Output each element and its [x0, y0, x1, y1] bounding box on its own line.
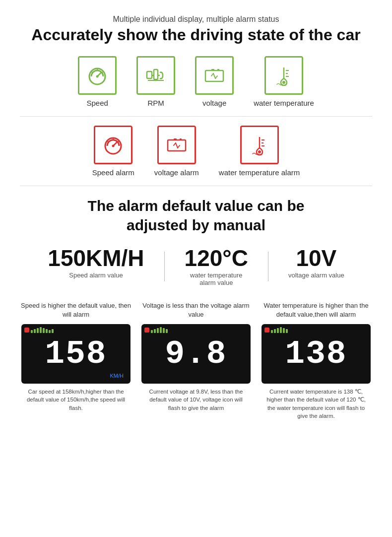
water-temp-icon — [271, 63, 297, 88]
alarm-title-line1: The alarm default value can be — [20, 196, 372, 215]
svg-line-15 — [213, 73, 215, 78]
header-title: Accurately show the driving state of the… — [20, 26, 372, 44]
svg-rect-12 — [211, 69, 214, 71]
svg-line-32 — [178, 145, 180, 148]
icon-item-voltage-alarm: voltage alarm — [154, 126, 199, 177]
speed-bar-group — [31, 327, 54, 333]
icon-item-speed: Speed — [78, 56, 117, 107]
alarm-value-speed: 150KM/H Speed alarm value — [28, 247, 164, 279]
voltage-alarm-label: voltage alarm — [154, 168, 199, 177]
icon-item-water-temp: water temperature — [254, 56, 314, 107]
water-temp-red-icon — [264, 328, 269, 333]
icon-item-speed-alarm: Speed alarm — [92, 126, 134, 177]
svg-rect-7 — [154, 69, 158, 79]
svg-line-5 — [102, 71, 103, 72]
panel-water-temp-screen: 138 — [261, 324, 371, 384]
divider-2 — [20, 186, 372, 186]
alarm-section-title: The alarm default value can be adjusted … — [20, 196, 372, 235]
panel-water-temp-caption: Current water temperature is 138 ℃, high… — [264, 388, 368, 419]
voltage-label: voltage — [202, 99, 226, 107]
alarm-water-temp-label: water temperaturealarm value — [190, 271, 243, 286]
panel-voltage-screen: 9.8 — [141, 324, 251, 384]
speed-red-icon — [24, 328, 29, 333]
panel-voltage-caption: Current voltage at 9.8V, less than the d… — [144, 388, 248, 411]
divider-1 — [20, 116, 372, 117]
speed-alarm-icon — [100, 132, 126, 158]
panel-voltage-display: 9.8 — [165, 336, 227, 373]
svg-rect-13 — [217, 69, 219, 71]
svg-rect-28 — [174, 138, 177, 140]
icon-item-rpm: RPM — [136, 56, 175, 107]
alarm-water-temp-number: 120°C — [185, 247, 248, 269]
red-icons-row: Speed alarm voltage alarm — [20, 126, 372, 177]
water-temp-alarm-icon-box — [240, 126, 279, 164]
voltage-red-icon — [144, 328, 149, 333]
panel-speed: Speed is higher the default value, then … — [20, 301, 132, 412]
svg-line-25 — [107, 141, 108, 142]
header-section: Multiple individual display, multiple al… — [20, 15, 372, 44]
alarm-value-water-temp: 120°C water temperaturealarm value — [165, 247, 268, 286]
panel-voltage: Voltage is less than the voltage alarm v… — [140, 301, 252, 412]
svg-line-16 — [215, 76, 217, 78]
rpm-icon-box — [136, 56, 175, 95]
panel-speed-caption: Car speed at 158km/h,higher than the def… — [24, 388, 128, 411]
panel-voltage-title: Voltage is less than the voltage alarm v… — [140, 301, 252, 319]
voltage-screen-icons — [144, 327, 168, 333]
rpm-label: RPM — [147, 99, 164, 107]
svg-line-31 — [176, 143, 178, 148]
voltage-icon-box — [195, 56, 234, 95]
panel-water-temp: Water temperature is higher than the def… — [260, 301, 372, 420]
header-subtitle: Multiple individual display, multiple al… — [20, 15, 372, 24]
speed-screen-icons — [24, 327, 54, 333]
alarm-value-voltage: 10V voltage alarm value — [268, 247, 364, 279]
rpm-icon — [143, 63, 169, 88]
svg-point-23 — [112, 145, 115, 147]
svg-point-17 — [282, 81, 285, 84]
voltage-alarm-icon — [164, 132, 190, 158]
water-temp-alarm-label: water temperature alarm — [219, 168, 300, 177]
alarm-voltage-number: 10V — [296, 247, 336, 269]
icon-item-water-temp-alarm: water temperature alarm — [219, 126, 300, 177]
svg-point-33 — [258, 150, 261, 153]
panel-water-temp-display: 138 — [285, 336, 347, 373]
alarm-title-line2: adjusted by manual — [20, 215, 372, 235]
bottom-panels: Speed is higher the default value, then … — [20, 301, 372, 420]
voltage-bar-group — [151, 327, 168, 333]
panel-speed-unit: KM/H — [110, 373, 124, 379]
green-icons-row: Speed RPM — [20, 56, 372, 107]
water-temp-icon-box — [264, 56, 303, 95]
alarm-speed-number: 150KM/H — [48, 247, 144, 269]
water-temp-alarm-icon — [247, 132, 272, 158]
svg-rect-29 — [180, 138, 182, 140]
panel-water-temp-title: Water temperature is higher than the def… — [260, 301, 372, 319]
water-temp-screen-icons — [264, 327, 288, 333]
voltage-icon — [201, 63, 227, 88]
alarm-voltage-label: voltage alarm value — [288, 271, 344, 279]
svg-line-4 — [91, 71, 92, 72]
speed-icon — [84, 63, 110, 88]
svg-rect-6 — [147, 71, 152, 78]
speed-alarm-label: Speed alarm — [92, 168, 134, 177]
svg-line-26 — [118, 141, 119, 142]
panel-speed-title: Speed is higher the default value, then … — [20, 301, 132, 319]
panel-speed-screen: 158 KM/H — [21, 324, 131, 384]
alarm-speed-label: Speed alarm value — [69, 271, 123, 279]
speed-alarm-icon-box — [94, 126, 132, 164]
alarm-values-row: 150KM/H Speed alarm value 120°C water te… — [20, 247, 372, 286]
voltage-alarm-icon-box — [157, 126, 196, 164]
water-temp-label: water temperature — [254, 99, 314, 107]
svg-point-2 — [96, 75, 99, 78]
icon-item-voltage: voltage — [195, 56, 234, 107]
speed-label: Speed — [86, 99, 108, 107]
panel-speed-display: 158 — [45, 336, 107, 373]
speed-icon-box — [78, 56, 117, 95]
water-temp-bar-group — [271, 327, 288, 333]
